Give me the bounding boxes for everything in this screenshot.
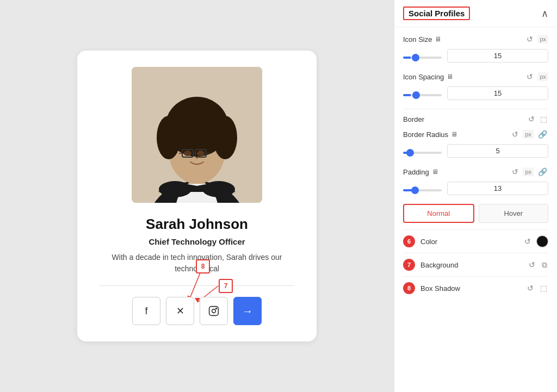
icon-size-setting: Icon Size 🖥 ↺ px <box>403 34 548 63</box>
right-settings-panel: Social Profiles ∧ Icon Size 🖥 ↺ px <box>394 0 557 392</box>
monitor-icon: 🖥 <box>435 35 441 43</box>
color-setting: 6 Color ↺ <box>403 229 548 253</box>
svg-line-20 <box>189 273 200 300</box>
svg-point-14 <box>184 151 191 156</box>
normal-hover-tabs: Normal Hover <box>403 204 548 223</box>
border-controls: ↺ ⬚ <box>527 114 548 125</box>
color-label: Color <box>420 238 437 246</box>
icon-size-value[interactable] <box>447 49 548 63</box>
person-name: Sarah Johnson <box>146 216 248 233</box>
preview-panel: Sarah Johnson Chief Technology Officer W… <box>0 0 394 392</box>
padding-value[interactable] <box>447 182 548 195</box>
normal-tab[interactable]: Normal <box>403 204 474 223</box>
icon-spacing-label: Icon Spacing 🖥 <box>403 73 453 81</box>
padding-controls: ↺ px 🔗 <box>511 166 548 177</box>
border-radius-slider-row <box>403 144 548 158</box>
border-radius-slider-container <box>403 146 442 156</box>
background-copy-btn[interactable]: ⧉ <box>541 259 548 271</box>
icon-size-slider-container <box>403 51 442 61</box>
hover-tab[interactable]: Hover <box>479 204 549 223</box>
padding-link-btn[interactable]: 🔗 <box>537 166 548 177</box>
collapse-button[interactable]: ∧ <box>541 8 548 20</box>
padding-label: Padding 🖥 <box>403 168 438 176</box>
icon-spacing-setting: Icon Spacing 🖥 ↺ px <box>403 71 548 100</box>
svg-point-32 <box>216 308 217 309</box>
icon-spacing-slider-row <box>403 86 548 100</box>
background-label: Background <box>420 261 458 269</box>
color-label-group: 6 Color <box>403 235 437 247</box>
border-radius-controls: ↺ px 🔗 <box>511 129 548 140</box>
svg-point-31 <box>212 309 216 313</box>
padding-monitor-icon: 🖥 <box>432 168 438 176</box>
background-reset-btn[interactable]: ↺ <box>528 259 536 270</box>
border-radius-link-btn[interactable]: 🔗 <box>537 129 548 140</box>
spacing-monitor-icon: 🖥 <box>447 73 453 80</box>
icon-size-unit: px <box>537 35 548 43</box>
padding-label-row: Padding 🖥 ↺ px 🔗 <box>403 166 548 177</box>
padding-unit: px <box>523 167 534 176</box>
icon-spacing-slider-container <box>403 89 442 98</box>
svg-text:7: 7 <box>224 282 228 290</box>
padding-slider-row <box>403 182 548 195</box>
svg-point-15 <box>197 151 205 156</box>
svg-point-16 <box>159 181 191 197</box>
profile-card: Sarah Johnson Chief Technology Officer W… <box>77 51 317 341</box>
icon-size-label-row: Icon Size 🖥 ↺ px <box>403 34 548 45</box>
background-controls: ↺ ⧉ <box>528 259 548 271</box>
profile-photo <box>132 67 262 203</box>
border-radius-setting: Border Radius 🖥 ↺ px 🔗 <box>403 129 548 158</box>
border-radius-reset-btn[interactable]: ↺ <box>511 129 519 140</box>
arrow-btn[interactable]: → <box>233 297 262 325</box>
box-shadow-label: Box Shadow <box>420 284 460 293</box>
social-icons-row: f ✕ → <box>132 297 262 325</box>
svg-point-8 <box>170 102 224 135</box>
icon-spacing-reset-btn[interactable]: ↺ <box>525 71 534 82</box>
svg-rect-30 <box>209 307 219 316</box>
icon-spacing-label-row: Icon Spacing 🖥 ↺ px <box>403 71 548 82</box>
panel-header: Social Profiles ∧ <box>394 0 557 27</box>
icon-size-slider-row <box>403 49 548 63</box>
icon-size-slider[interactable] <box>403 57 442 59</box>
icon-spacing-slider[interactable] <box>403 94 442 96</box>
border-radius-label: Border Radius 🖥 <box>403 130 457 139</box>
border-radius-unit: px <box>523 130 534 139</box>
box-shadow-controls: ↺ ⬚ <box>526 283 548 294</box>
card-divider <box>99 285 295 286</box>
color-swatch[interactable] <box>536 235 548 247</box>
border-radius-slider[interactable] <box>403 152 442 154</box>
border-style-btn[interactable]: ⬚ <box>539 114 548 125</box>
instagram-icon-btn[interactable] <box>200 297 228 325</box>
box-shadow-style-btn[interactable]: ⬚ <box>539 283 548 294</box>
padding-reset-btn[interactable]: ↺ <box>511 166 519 177</box>
settings-content: Icon Size 🖥 ↺ px Icon Spacing � <box>394 27 557 306</box>
panel-title: Social Profiles <box>403 7 470 20</box>
box-shadow-reset-btn[interactable]: ↺ <box>526 283 535 294</box>
color-controls: ↺ <box>523 235 548 247</box>
icon-spacing-controls: ↺ px <box>525 71 548 82</box>
padding-slider-container <box>403 184 442 194</box>
icon-size-label: Icon Size 🖥 <box>403 35 441 43</box>
box-shadow-label-group: 8 Box Shadow <box>403 282 460 294</box>
icon-size-controls: ↺ px <box>525 34 548 45</box>
person-bio: With a decade in tech innovation, Sarah … <box>99 252 295 275</box>
box-shadow-badge-8: 8 <box>403 282 415 294</box>
border-radius-monitor-icon: 🖥 <box>451 130 457 138</box>
facebook-icon-btn[interactable]: f <box>132 297 160 325</box>
padding-setting: Padding 🖥 ↺ px 🔗 <box>403 166 548 195</box>
border-reset-btn[interactable]: ↺ <box>527 114 536 125</box>
icon-spacing-value[interactable] <box>447 86 548 100</box>
color-reset-btn[interactable]: ↺ <box>523 236 532 247</box>
border-radius-label-row: Border Radius 🖥 ↺ px 🔗 <box>403 129 548 140</box>
background-setting: 7 Background ↺ ⧉ <box>403 253 548 276</box>
person-title: Chief Technology Officer <box>148 237 245 246</box>
padding-slider[interactable] <box>403 189 442 191</box>
svg-rect-21 <box>219 279 232 293</box>
border-label: Border <box>403 115 424 123</box>
icon-spacing-unit: px <box>537 72 548 81</box>
border-setting: Border ↺ ⬚ <box>403 109 548 129</box>
border-radius-value[interactable] <box>447 144 548 158</box>
icon-size-reset-btn[interactable]: ↺ <box>525 34 534 45</box>
color-badge-6: 6 <box>403 235 415 247</box>
box-shadow-setting: 8 Box Shadow ↺ ⬚ <box>403 276 548 300</box>
twitter-icon-btn[interactable]: ✕ <box>166 297 194 325</box>
